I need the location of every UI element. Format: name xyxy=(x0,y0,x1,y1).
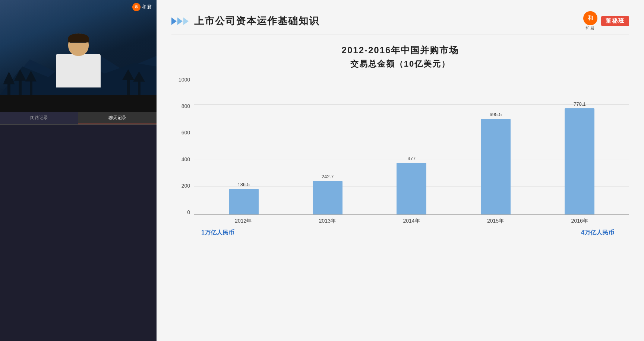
tab-notes[interactable]: 闭路记录 xyxy=(0,112,78,124)
left-panel: 和 和君 闭路记录 聊天记录 xyxy=(0,0,157,341)
chart-inner: 1000 800 600 400 200 0 xyxy=(171,77,629,215)
person-glasses xyxy=(70,42,86,43)
hejun-icon: 和 xyxy=(132,3,141,11)
hejun-logo-right: 和 和君 xyxy=(583,11,597,31)
y-label-600: 600 xyxy=(181,130,190,135)
y-label-0: 0 xyxy=(187,210,190,215)
bar-rect-2013 xyxy=(313,181,342,214)
arrow-2 xyxy=(177,17,183,25)
chat-content xyxy=(0,125,157,341)
dongmishu-logo: 董秘班 xyxy=(601,16,629,26)
slide-title-area: 上市公司资本运作基础知识 xyxy=(171,15,319,28)
hejun-icon-right: 和 xyxy=(583,11,597,25)
bar-rect-2014 xyxy=(397,163,426,214)
annotation-left: 1万亿人民币 xyxy=(201,229,234,237)
svg-rect-5 xyxy=(19,79,22,95)
person-body xyxy=(56,54,101,87)
svg-rect-9 xyxy=(127,79,130,95)
slide-panel: 上市公司资本运作基础知识 和 和君 董秘班 2012-2016年中国并购市场 交… xyxy=(157,0,644,341)
bars-row: 186.5 242.7 377 xyxy=(194,77,629,214)
bar-2012: 186.5 xyxy=(229,182,259,214)
x-label-2013: 2013年 xyxy=(312,218,342,224)
slide-header: 上市公司资本运作基础知识 和 和君 董秘班 xyxy=(171,11,629,31)
person-hair xyxy=(68,34,89,42)
x-label-2014: 2014年 xyxy=(397,218,426,224)
title-arrows xyxy=(171,17,189,25)
hejun-text: 和君 xyxy=(142,4,152,10)
presenter-figure xyxy=(56,34,101,87)
y-axis: 1000 800 600 400 200 0 xyxy=(171,77,194,215)
bar-value-2014: 377 xyxy=(408,156,416,161)
header-logos: 和 和君 董秘班 xyxy=(583,11,629,31)
y-label-400: 400 xyxy=(181,157,190,162)
bar-2015: 695.5 xyxy=(481,112,511,214)
bar-2016: 770.1 xyxy=(565,101,594,214)
tab-chat[interactable]: 聊天记录 xyxy=(78,112,157,124)
bar-2013: 242.7 xyxy=(313,174,342,214)
chart-container: 2012-2016年中国并购市场 交易总金额（10亿美元） 1000 800 6… xyxy=(171,44,629,334)
y-label-800: 800 xyxy=(181,103,190,109)
svg-rect-11 xyxy=(138,81,141,95)
hejun-logo-video: 和 和君 xyxy=(132,3,152,11)
annotation-row: 1万亿人民币 4万亿人民币 xyxy=(171,224,629,237)
divider xyxy=(171,35,629,35)
bar-chart-wrapper: 1000 800 600 400 200 0 xyxy=(171,77,629,334)
bar-rect-2015 xyxy=(481,119,511,214)
arrow-1 xyxy=(171,17,177,25)
hejun-text-right: 和君 xyxy=(585,25,595,31)
bar-2014: 377 xyxy=(397,156,426,214)
y-label-1000: 1000 xyxy=(179,77,190,82)
person-head xyxy=(68,34,89,56)
x-labels-row: 2012年 2013年 2014年 2015年 2016年 xyxy=(171,215,629,224)
chart-title: 2012-2016年中国并购市场 xyxy=(342,44,459,56)
bar-value-2015: 695.5 xyxy=(490,112,502,117)
chart-subtitle: 交易总金额（10亿美元） xyxy=(350,58,450,70)
bar-value-2012: 186.5 xyxy=(237,182,250,187)
annotation-right: 4万亿人民币 xyxy=(581,229,622,237)
x-label-2016: 2016年 xyxy=(565,218,594,224)
arrow-3 xyxy=(183,17,189,25)
x-label-2012: 2012年 xyxy=(228,218,258,224)
bar-rect-2012 xyxy=(229,189,259,214)
video-area: 和 和君 xyxy=(0,0,157,95)
bar-rect-2016 xyxy=(565,108,594,214)
chart-plot-area: 186.5 242.7 377 xyxy=(194,77,629,215)
bar-value-2016: 770.1 xyxy=(574,101,586,107)
black-bar xyxy=(0,95,157,112)
y-label-200: 200 xyxy=(181,183,190,188)
slide-title: 上市公司资本运作基础知识 xyxy=(194,15,319,28)
bar-value-2013: 242.7 xyxy=(322,174,334,179)
svg-rect-7 xyxy=(30,80,32,95)
tabs-area: 闭路记录 聊天记录 xyxy=(0,112,157,125)
x-label-2015: 2015年 xyxy=(481,218,511,224)
